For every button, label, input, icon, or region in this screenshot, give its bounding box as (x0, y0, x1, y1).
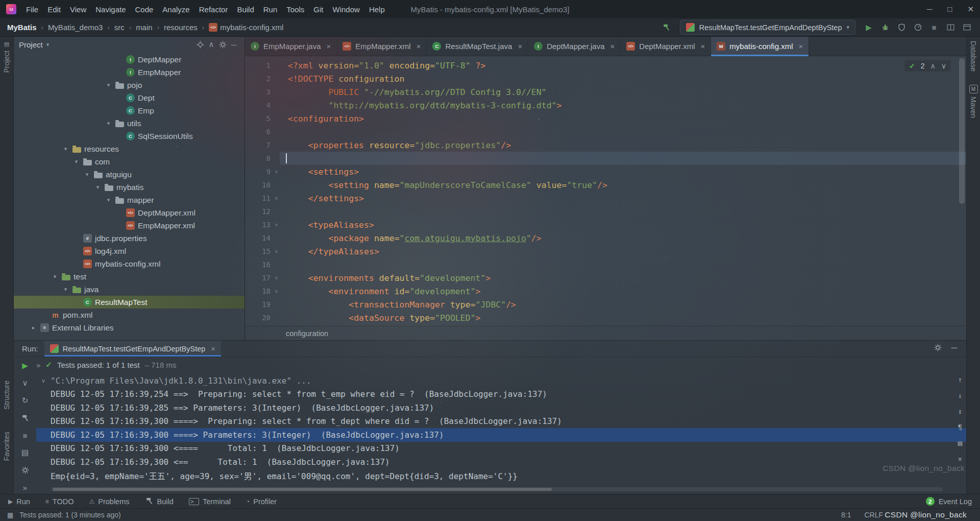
close-tab-icon[interactable]: × (416, 42, 421, 51)
tree-item-utils[interactable]: ▾utils (14, 117, 244, 130)
event-log-button[interactable]: 2 Event Log (926, 497, 972, 506)
console-output[interactable]: ∨"C:\Program Files\Java\jdk1.8.0_131\bin… (36, 372, 966, 494)
window-layout-icon[interactable] (961, 21, 973, 34)
prev-inspection-icon[interactable]: ∧ (930, 62, 936, 70)
editor-tab-mybatis-config-xml[interactable]: Mmybatis-config.xml× (711, 37, 809, 56)
tree-item-external-libraries[interactable]: ▸≡External Libraries (14, 321, 244, 334)
fold-marker-icon[interactable]: ∨ (273, 222, 280, 227)
editor-code-area[interactable]: ✓ 2 ∧ ∨ 1<?xml version="1.0" encoding="U… (245, 56, 966, 326)
menu-run[interactable]: Run (259, 3, 282, 16)
breadcrumb-item-src[interactable]: src (114, 23, 125, 32)
project-panel-title[interactable]: Project (19, 40, 43, 49)
tree-item-deptmapper-xml[interactable]: </>DeptMapper.xml (14, 206, 244, 219)
more-icon[interactable]: » (19, 481, 31, 493)
maximize-icon[interactable]: □ (947, 5, 952, 14)
chevron-down-icon[interactable]: ▾ (46, 41, 50, 48)
menu-help[interactable]: Help (364, 3, 389, 16)
tree-item-com[interactable]: ▾com (14, 155, 244, 168)
tree-item-mybatis-config-xml[interactable]: </>mybatis-config.xml (14, 257, 244, 270)
tool-window-button-build[interactable]: Build (145, 496, 174, 507)
pin-icon[interactable]: ▤ (19, 446, 31, 459)
minimize-panel-icon[interactable]: ─ (951, 343, 957, 354)
debug-bug-icon[interactable] (879, 21, 891, 34)
run-configuration-selector[interactable]: ResultMapTest.testGetEmpAndDeptByStep ▾ (680, 20, 855, 35)
tree-item-empmapper-xml[interactable]: </>EmpMapper.xml (14, 219, 244, 232)
run-tab[interactable]: ResultMapTest.testGetEmpAndDeptByStep × (44, 341, 221, 357)
profiler-icon[interactable] (912, 21, 924, 34)
tree-item-pojo[interactable]: ▾pojo (14, 79, 244, 91)
fold-chevron-icon[interactable]: ∨ (36, 377, 51, 384)
breadcrumb-item-mybatis-config-xml[interactable]: </>mybatis-config.xml (209, 23, 283, 32)
tree-chevron-icon[interactable]: ▸ (30, 324, 37, 331)
minimize-icon[interactable]: ─ (927, 5, 933, 14)
editor-breadcrumb-item[interactable]: configuration (286, 329, 328, 338)
close-icon[interactable]: ✕ (967, 5, 974, 14)
breadcrumb-item-main[interactable]: main (136, 23, 153, 32)
stop-icon[interactable]: ■ (928, 21, 940, 34)
tree-chevron-icon[interactable]: ▾ (105, 82, 112, 88)
tree-chevron-icon[interactable]: ▾ (105, 120, 112, 127)
close-tab-icon[interactable]: × (518, 42, 522, 51)
caret-position[interactable]: 8:1 (841, 511, 851, 519)
tree-chevron-icon[interactable]: ▾ (62, 286, 69, 293)
refresh-icon[interactable]: ↻ (19, 394, 31, 407)
line-separator[interactable]: CRLF (864, 511, 883, 519)
tool-window-button-project[interactable]: ▤ Project (3, 41, 11, 73)
fold-marker-icon[interactable]: ∨ (273, 289, 280, 294)
tree-item-resultmaptest[interactable]: CResultMapTest (14, 296, 244, 309)
tree-item-test[interactable]: ▾test (14, 270, 244, 283)
sort-icon[interactable]: ↕ (958, 407, 962, 415)
menu-refactor[interactable]: Refactor (194, 3, 233, 16)
tool-window-button-problems[interactable]: ⚠Problems (89, 496, 129, 507)
editor-scrollbar[interactable] (959, 58, 965, 204)
fold-marker-icon[interactable]: ∨ (273, 275, 280, 280)
tree-item-resources[interactable]: ▾resources (14, 143, 244, 155)
tree-item-java[interactable]: ▾java (14, 283, 244, 296)
project-tree[interactable]: IDeptMapperIEmpMapper▾pojoCDeptCEmp▾util… (14, 52, 244, 340)
editor-tab-deptmapper-xml[interactable]: </>DeptMapper.xml× (621, 37, 711, 56)
menu-build[interactable]: Build (232, 3, 258, 16)
editor-tab-deptmapper-java[interactable]: IDeptMapper.java× (528, 37, 621, 56)
tree-item-mybatis[interactable]: ▾mybatis (14, 181, 244, 194)
locate-file-icon[interactable] (194, 38, 206, 51)
build-hammer-icon[interactable] (19, 412, 31, 424)
tree-item-deptmapper[interactable]: IDeptMapper (14, 53, 244, 66)
menu-git[interactable]: Git (309, 3, 328, 16)
build-hammer-icon[interactable] (660, 21, 673, 34)
chevron-down-icon[interactable]: ∨ (19, 377, 31, 389)
tree-item-emp[interactable]: CEmp (14, 104, 244, 117)
tree-item-atguigu[interactable]: ▾atguigu (14, 168, 244, 181)
editor-tab-resultmaptest-java[interactable]: CResultMapTest.java× (427, 37, 528, 56)
tree-item-log4j-xml[interactable]: </>log4j.xml (14, 245, 244, 257)
tree-chevron-icon[interactable]: ▾ (94, 184, 102, 191)
inspections-widget[interactable]: ✓ 2 ∧ ∨ (904, 60, 951, 72)
tree-item-dept[interactable]: CDept (14, 91, 244, 104)
gear-icon[interactable] (934, 343, 942, 354)
menu-view[interactable]: View (65, 3, 91, 16)
run-icon[interactable]: ▶ (863, 21, 875, 34)
coverage-shield-icon[interactable] (895, 21, 908, 34)
fold-marker-icon[interactable]: ∨ (273, 169, 280, 174)
tree-chevron-icon[interactable]: ▾ (62, 146, 69, 152)
gear-icon[interactable] (217, 38, 228, 51)
rerun-icon[interactable]: ▶ (19, 360, 31, 372)
next-inspection-icon[interactable]: ∨ (941, 62, 946, 70)
fold-marker-icon[interactable]: ∧ (273, 196, 280, 201)
layout-grid-icon[interactable] (944, 21, 957, 34)
tree-item-empmapper[interactable]: IEmpMapper (14, 66, 244, 79)
tree-item-mapper[interactable]: ▾mapper (14, 194, 244, 206)
breadcrumb-item-mybatis[interactable]: MyBatis (7, 23, 37, 32)
hide-icon[interactable]: ─ (228, 38, 239, 51)
fold-marker-icon[interactable]: ∧ (273, 249, 280, 254)
tool-window-button-run[interactable]: ▶Run (8, 496, 30, 507)
down-icon[interactable]: ↓ (958, 391, 962, 399)
menu-window[interactable]: Window (328, 3, 364, 16)
tool-window-button-todo[interactable]: ≡TODO (45, 496, 74, 507)
up-icon[interactable]: ↑ (958, 375, 962, 384)
menu-file[interactable]: File (21, 3, 43, 16)
wrap-icon[interactable]: ¶ (958, 423, 962, 431)
tree-item-pom-xml[interactable]: mpom.xml (14, 309, 244, 321)
console-horizontal-scrollbar[interactable] (52, 487, 943, 491)
expand-icon[interactable]: » (36, 361, 40, 369)
tree-item-jdbc-properties[interactable]: #jdbc.properties (14, 232, 244, 245)
